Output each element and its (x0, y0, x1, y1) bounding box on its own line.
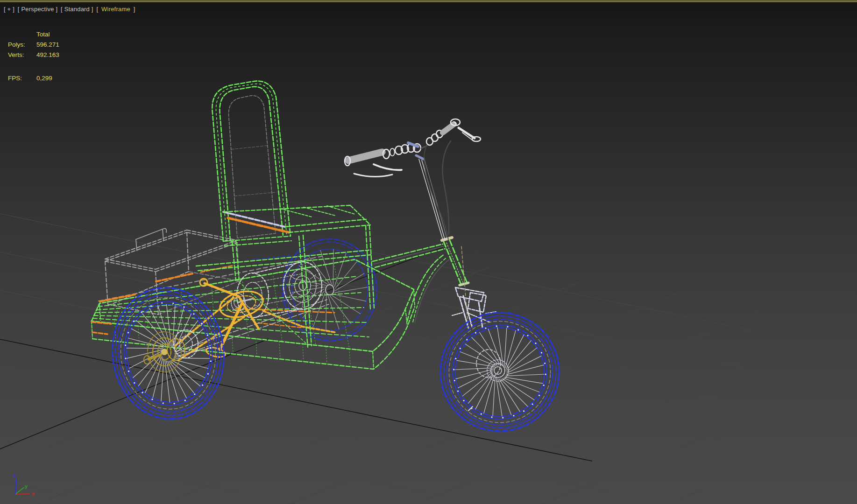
right-brake-lever (459, 128, 475, 138)
axis-z-label: z (13, 472, 16, 477)
axis-y-label: y (25, 483, 28, 489)
polys-value: 596.271 (36, 40, 59, 50)
polys-label: Polys: (8, 40, 36, 50)
verts-value: 492.163 (36, 50, 59, 60)
front-wheel[interactable] (438, 310, 562, 434)
frame-tubes[interactable] (373, 238, 468, 323)
rear-hub-gold (144, 330, 198, 372)
handlebar[interactable] (345, 119, 481, 240)
viewport-style-menu[interactable]: [ Standard ] (61, 6, 93, 13)
left-brake-lever (374, 164, 402, 170)
head-tube (442, 238, 468, 285)
viewport-canvas[interactable]: x y z (0, 0, 857, 504)
fps-value: 0,299 (36, 73, 52, 84)
axis-gizmo: x y z (13, 472, 35, 497)
active-viewport-border (0, 0, 857, 2)
steering-cables (419, 141, 451, 240)
stats-column-header: Total (36, 29, 50, 40)
segmented-stem (395, 130, 443, 154)
home-grid (0, 175, 857, 504)
verts-label: Verts: (8, 50, 36, 60)
seat-pan (223, 205, 370, 232)
statistics-overlay: Total Polys:596.271 Verts:492.163 FPS:0,… (8, 29, 59, 84)
viewport-general-menu[interactable]: [ + ] (4, 6, 14, 13)
seat-back-panel (229, 96, 276, 238)
axis-x-label: x (32, 491, 35, 497)
viewport-label: [ + ] [ Perspective ] [ Standard ] [ Wir… (4, 6, 138, 13)
viewport-shading-menu[interactable]: [ Wireframe ] (96, 6, 136, 13)
wireframe-tricycle-model[interactable] (92, 81, 562, 434)
viewport-3d[interactable]: x y z [ + ] [ Perspective ] [ Standard ]… (0, 0, 857, 504)
fps-label: FPS: (8, 73, 36, 84)
front-hub (468, 350, 509, 411)
shading-mode-value: Wireframe (101, 6, 130, 13)
seat-back-frame (212, 81, 291, 246)
viewport-pov-menu[interactable]: [ Perspective ] (18, 6, 57, 13)
